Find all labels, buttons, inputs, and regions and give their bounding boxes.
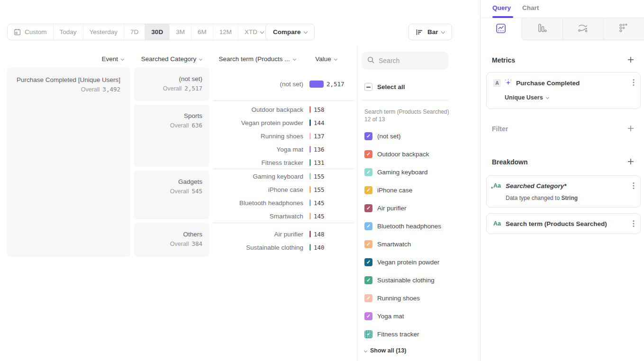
filter-item[interactable]: ✓ iPhone case — [364, 186, 412, 194]
checkbox[interactable]: ✓ — [364, 312, 372, 320]
checkbox[interactable]: ✓ — [364, 330, 372, 338]
calendar-icon — [14, 28, 21, 36]
value-bar — [309, 199, 311, 206]
column-header-searched-category[interactable]: Searched Category — [134, 55, 209, 63]
date-range-group: Custom Today Yesterday 7D 30D 3M 6M 12M … — [7, 24, 270, 40]
range-7d[interactable]: 7D — [124, 24, 145, 40]
column-header-event[interactable]: Event — [7, 55, 124, 63]
filter-item[interactable]: ✓ Air purifier — [364, 204, 407, 212]
show-all-button[interactable]: Show all (13) — [364, 347, 406, 354]
checkbox[interactable]: ✓ — [364, 240, 372, 248]
insights-icon — [496, 23, 506, 36]
table-row[interactable]: Outdoor backpack 158 — [213, 103, 325, 116]
chevron-down-icon — [441, 29, 444, 33]
table-row[interactable]: Fitness tracker 131 — [213, 156, 325, 169]
filter-item[interactable]: ✓ Outdoor backpack — [364, 150, 429, 158]
checkbox[interactable]: ✓ — [364, 186, 372, 194]
filter-item[interactable]: ✓ Sustainable clothing — [364, 276, 435, 284]
metric-card[interactable]: A Purchase Completed Unique Users — [486, 72, 641, 109]
term-group: Air purifier 148 Sustainable clothing 14… — [213, 227, 325, 254]
range-xtd[interactable]: XTD — [238, 24, 270, 40]
range-3m[interactable]: 3M — [169, 24, 191, 40]
table-row[interactable]: Running shoes 137 — [213, 129, 325, 143]
range-12m[interactable]: 12M — [213, 24, 238, 40]
filter-item[interactable]: ✓ Smartwatch — [364, 240, 411, 248]
table-row[interactable]: Yoga mat 136 — [213, 143, 325, 156]
query-panel-tabs: Query Chart — [481, 0, 644, 18]
table-row[interactable]: iPhone case 155 — [213, 183, 325, 196]
chevron-down-icon — [121, 57, 124, 61]
checkbox[interactable]: ✓ — [364, 132, 372, 140]
chart-type-button[interactable]: Bar — [408, 24, 452, 40]
checkbox[interactable]: ✓ — [364, 168, 372, 176]
filter-item[interactable]: ✓ Running shoes — [364, 294, 420, 302]
event-sparkle-icon — [504, 79, 512, 89]
chevron-down-icon — [260, 29, 264, 33]
checkbox[interactable]: ✓ — [364, 150, 372, 158]
category-cell[interactable]: Others Overall384 — [134, 223, 209, 257]
active-tab-underline — [492, 16, 513, 18]
range-30d[interactable]: 30D — [145, 24, 169, 40]
filter-item[interactable]: ✓ Vegan protein powder — [364, 258, 439, 266]
measure-dropdown[interactable]: Unique Users — [505, 94, 549, 101]
table-row[interactable]: Smartwatch 145 — [213, 209, 325, 223]
event-cell[interactable]: Purchase Completed [Unique Users] Overal… — [7, 68, 130, 257]
tab-insights[interactable] — [481, 18, 521, 40]
checkbox[interactable]: ✓ — [364, 294, 372, 302]
metrics-heading: Metrics — [492, 56, 515, 64]
category-cell[interactable]: Sports Overall636 — [134, 105, 209, 167]
metric-kebab-menu[interactable] — [633, 79, 635, 86]
add-breakdown-button[interactable] — [627, 158, 635, 165]
chevron-down-icon — [199, 57, 202, 61]
breakdown-kebab-menu[interactable] — [633, 220, 635, 227]
table-row[interactable]: Air purifier 148 — [213, 227, 325, 241]
row-separator — [213, 223, 354, 223]
range-6m[interactable]: 6M — [191, 24, 213, 40]
add-filter-button[interactable] — [627, 125, 635, 132]
checkbox[interactable]: ✓ — [364, 222, 372, 230]
range-label: Custom — [25, 28, 47, 36]
category-cell[interactable]: Gadgets Overall545 — [134, 171, 209, 219]
tab-flows[interactable] — [562, 18, 603, 40]
column-header-search-term[interactable]: Search term (Products ... — [209, 55, 306, 63]
chevron-down-icon — [546, 96, 549, 99]
compare-button[interactable]: Compare — [265, 24, 315, 40]
checkbox[interactable]: ✓ — [364, 276, 372, 284]
category-cell[interactable]: (not set) Overall2,517 — [134, 68, 209, 101]
value-bar — [309, 159, 311, 166]
range-yesterday[interactable]: Yesterday — [83, 24, 124, 40]
breakdown-card[interactable]: Aa Search term (Products Searched) — [486, 213, 641, 234]
filter-item[interactable]: ✓ Yoga mat — [364, 312, 404, 320]
breakdown-card[interactable]: Aa* Searched Category* Data type changed… — [486, 175, 641, 208]
indeterminate-icon — [366, 87, 371, 88]
table-row[interactable]: (not set) 2,517 — [213, 77, 345, 90]
filter-divider — [362, 100, 448, 100]
column-header-value[interactable]: Value — [307, 55, 345, 63]
funnels-icon — [537, 23, 547, 35]
tab-chart[interactable]: Chart — [522, 4, 539, 11]
filter-item[interactable]: ✓ Gaming keyboard — [364, 168, 428, 176]
tab-funnels[interactable] — [521, 18, 562, 40]
filter-item[interactable]: ✓ Fitness tracker — [364, 330, 419, 338]
range-custom[interactable]: Custom — [8, 24, 53, 40]
table-row[interactable]: Vegan protein powder 144 — [213, 116, 325, 129]
breakdown-kebab-menu[interactable] — [633, 182, 635, 190]
table-row[interactable]: Bluetooth headphones 145 — [213, 196, 325, 209]
table-row[interactable]: Sustainable clothing 140 — [213, 241, 325, 254]
tab-retention[interactable] — [603, 18, 644, 40]
checkbox[interactable]: ✓ — [364, 204, 372, 212]
tab-query[interactable]: Query — [492, 4, 511, 11]
select-all-checkbox[interactable] — [364, 83, 372, 91]
checkbox[interactable]: ✓ — [364, 258, 372, 266]
range-today[interactable]: Today — [53, 24, 83, 40]
filter-item[interactable]: ✓ (not set) — [364, 132, 401, 140]
value-bar — [309, 106, 311, 113]
table-row[interactable]: Gaming keyboard 155 — [213, 170, 325, 183]
search-input[interactable] — [379, 57, 440, 64]
add-metric-button[interactable] — [627, 56, 635, 63]
select-all-row[interactable]: Select all — [364, 83, 405, 91]
value-bar — [309, 119, 311, 126]
search-box[interactable] — [362, 52, 448, 70]
filter-heading: Filter — [492, 125, 508, 133]
filter-item[interactable]: ✓ Bluetooth headphones — [364, 222, 441, 230]
